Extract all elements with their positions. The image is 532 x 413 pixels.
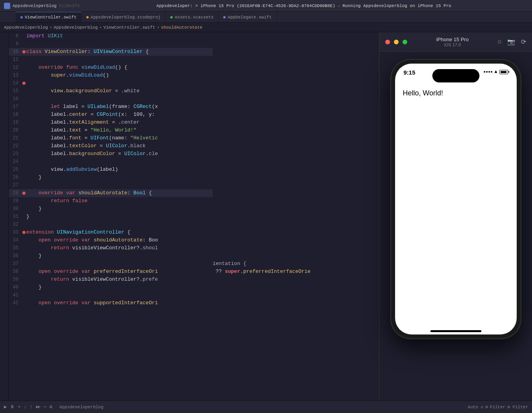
signal-dot-1 (484, 71, 485, 73)
tab-bar: ViewController.swift Appsdeveloperblog.x… (0, 12, 532, 23)
title-bar-center: Appsdeveloper: > iPhone 15 Pro (201EAF6B… (80, 4, 528, 8)
continue-btn[interactable]: ⏭ (36, 404, 40, 410)
code-line-18: 18 label.center = CGPoint(x: 100, y: (9, 111, 213, 119)
code-line-17: 17 let label = UILabel(frame: CGRect(x (9, 103, 213, 111)
sim-toolbar: iPhone 15 Pro iOS 17.0 ⌂ 📷 ⟳ (379, 32, 532, 52)
code-line-40: 40 } (9, 283, 213, 291)
signal-dot-2 (486, 71, 488, 73)
more-btn[interactable]: ⋯ (44, 404, 46, 410)
code-line-8: 8 import UIKit (9, 32, 213, 40)
running-label: Running Appsdeveloperblog on iPhone 15 P… (343, 4, 451, 8)
breadcrumb-sep3: › (157, 25, 160, 30)
device-info: Appsdeveloper: > iPhone 15 Pro (201EAF6B… (157, 4, 335, 8)
tab-label-viewcontroller: ViewController.swift (25, 15, 77, 20)
step-out-btn[interactable]: ↑ (30, 404, 33, 410)
tab-dot-viewcontroller (20, 16, 23, 18)
code-line-35: 35 return visibleViewController?.shoul (9, 244, 213, 252)
code-line-24: 24 (9, 158, 213, 166)
tab-label-appdelegate: AppDelegate.swift (228, 15, 271, 20)
app-icon (4, 3, 10, 9)
sim-rotate-icon[interactable]: ⟳ (521, 38, 526, 46)
breadcrumb: Appsdeveloperblog › Appsdeveloperblog › … (0, 23, 532, 32)
code-line-9: 9 (9, 40, 213, 48)
breadcrumb-part3[interactable]: ViewController.swift (104, 25, 155, 30)
code-line-31: 31 } (9, 213, 213, 221)
title-bar: Appsdeveloperblog 5138b9f9 Appsdeveloper… (0, 0, 532, 12)
code-line-16: 16 (9, 95, 213, 103)
breadcrumb-part1[interactable]: Appsdeveloperblog (4, 25, 48, 30)
battery-fill (501, 71, 506, 73)
home-bar (430, 330, 481, 332)
filter-label: Filter (490, 405, 506, 409)
filter-right: Auto ◇ ⚙ Filter ⚙ Filter (468, 404, 528, 409)
app-subtitle: 5138b9f9 (59, 4, 80, 8)
breadcrumb-sep1: › (49, 25, 52, 30)
step-over-btn[interactable]: ↷ (18, 404, 20, 410)
tab-label-xcodeproj: Appsdeveloperblog.xcodeproj (91, 15, 160, 20)
tab-appdelegate[interactable]: AppDelegate.swift (219, 12, 277, 22)
app-title-left: Appsdeveloperblog 5138b9f9 (4, 3, 80, 9)
breadcrumb-sep2: › (99, 25, 102, 30)
code-line-39: 39 return visibleViewController?.prefe (9, 276, 213, 283)
code-line-33: 33 extension UINavigationController { (9, 228, 213, 236)
code-editor[interactable]: 8 import UIKit 9 10 class ViewController… (9, 32, 213, 400)
code-line-10: 10 class ViewController: UIViewControlle… (9, 48, 213, 56)
signal-dots (484, 71, 492, 73)
main-area: 8 import UIKit 9 10 class ViewController… (0, 32, 532, 400)
code-line-37: 37 (9, 260, 213, 268)
sim-home-icon[interactable]: ⌂ (497, 38, 501, 46)
signal-dot-4 (491, 71, 492, 73)
code-line-20: 20 label.text = "Hello, World!" (9, 126, 213, 134)
code-line-15: 15 view.backgroundColor = .white (9, 87, 213, 95)
code-line-28: 28 override var shouldAutorotate: Bool { (9, 189, 213, 197)
status-time: 9:15 (404, 69, 415, 76)
signal-dot-3 (488, 71, 490, 73)
sim-camera-icon[interactable]: 📷 (507, 38, 515, 46)
tool-btn[interactable]: ⚙ (49, 404, 52, 410)
code-line-22: 22 label.textColor = UIColor.black (9, 142, 213, 150)
sidebar-left (0, 32, 9, 400)
code-line-23: 23 label.backgroundColor = UIColor.cle (9, 150, 213, 158)
code-line-26: 26 } (9, 174, 213, 181)
filter-icon[interactable]: ⚙ (485, 404, 488, 409)
code-line-25: 25 view.addSubview(label) (9, 166, 213, 174)
status-icons: ▲ (484, 69, 508, 75)
hello-world-text: Hello, World! (403, 89, 443, 97)
tab-dot-xcodeproj (86, 16, 89, 18)
traffic-light-yellow[interactable] (394, 40, 399, 44)
code-line-19: 19 label.textAlignment = .center (9, 119, 213, 126)
sim-title: iPhone 15 Pro (436, 37, 468, 42)
tab-viewcontroller[interactable]: ViewController.swift (16, 12, 82, 22)
code-line-21: 21 label.font = UIFont(name: "Helvetic (9, 134, 213, 142)
pause-btn[interactable]: ⏸ (10, 404, 15, 410)
sim-subtitle: iOS 17.0 (444, 42, 461, 47)
bottom-toolbar: ▶ ⏸ ↷ ↓ ↑ ⏭ ⋯ ⚙ Appsdeveloperblog Auto ◇… (0, 400, 532, 413)
battery-icon (499, 70, 508, 74)
traffic-light-red[interactable] (385, 40, 390, 44)
sim-title-block: iPhone 15 Pro iOS 17.0 (411, 37, 494, 47)
play-btn[interactable]: ▶ (4, 404, 7, 410)
wifi-icon: ▲ (494, 69, 497, 75)
sim-icons: ⌂ 📷 ⟳ (497, 38, 526, 46)
code-line-42: 42 open override var supportedInterfaceO… (9, 299, 213, 307)
step-into-btn[interactable]: ↓ (24, 404, 26, 410)
code-line-41: 41 (9, 291, 213, 299)
code-line-38: 38 open override var preferredInterfaceO… (9, 268, 213, 276)
home-indicator (395, 323, 517, 334)
code-line-32: 32 (9, 221, 213, 228)
breadcrumb-current[interactable]: shouldAutorotate (161, 25, 202, 30)
iphone-device: 9:15 ▲ (391, 60, 521, 338)
code-line-34: 34 open override var shouldAutorotate: B… (9, 236, 213, 244)
code-content: 8 import UIKit 9 10 class ViewController… (9, 32, 213, 400)
code-line-27: 27 (9, 181, 213, 189)
breadcrumb-part2[interactable]: Appsdeveloperblog (54, 25, 98, 30)
simulator-overlay: iPhone 15 Pro iOS 17.0 ⌂ 📷 ⟳ 9:15 (379, 32, 532, 400)
tab-assets[interactable]: Assets.xcassets (166, 12, 219, 22)
code-line-36: 36 } (9, 252, 213, 260)
filter-label-right: ⚙ Filter (507, 404, 528, 409)
tab-label-assets: Assets.xcassets (175, 15, 213, 20)
app-name-status: Appsdeveloperblog (59, 405, 103, 409)
traffic-light-green[interactable] (403, 40, 407, 44)
tab-xcodeproj[interactable]: Appsdeveloperblog.xcodeproj (82, 12, 166, 22)
iphone-content: Hello, World! (395, 85, 517, 323)
